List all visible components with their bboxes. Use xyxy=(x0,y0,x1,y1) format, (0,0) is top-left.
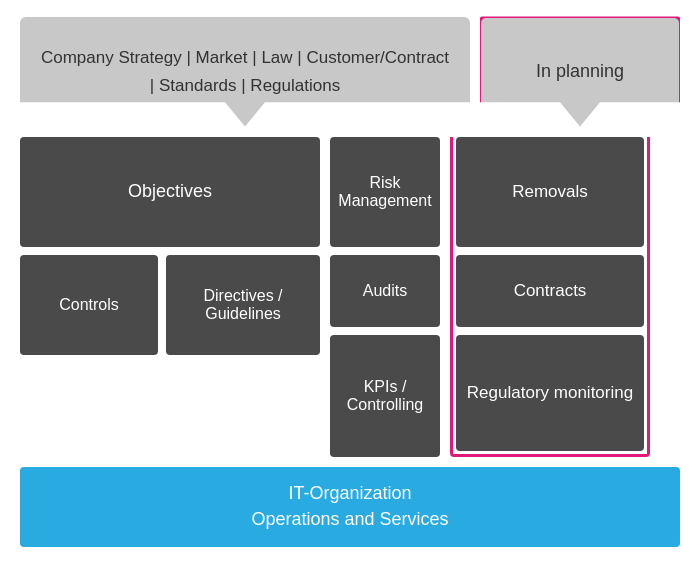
regulatory-box: Regulatory monitoring xyxy=(456,335,644,451)
objectives-box: Objectives xyxy=(20,137,320,247)
risk-management-label: Risk Management xyxy=(338,174,432,210)
main-row: Objectives Controls Directives / Guideli… xyxy=(20,137,680,457)
top-right-box: In planning xyxy=(480,17,680,127)
top-left-text: Company Strategy | Market | Law | Custom… xyxy=(40,44,450,98)
contracts-label: Contracts xyxy=(514,281,587,301)
right-section: Removals Contracts Regulatory monitoring xyxy=(450,137,650,457)
audits-box: Audits xyxy=(330,255,440,327)
removals-label: Removals xyxy=(512,182,588,202)
top-row: Company Strategy | Market | Law | Custom… xyxy=(20,17,680,127)
regulatory-label: Regulatory monitoring xyxy=(467,383,633,403)
directives-label: Directives / Guidelines xyxy=(174,287,312,323)
kpis-label: KPIs / Controlling xyxy=(338,378,432,414)
controls-label: Controls xyxy=(59,296,119,314)
directives-box: Directives / Guidelines xyxy=(166,255,320,355)
diagram: Company Strategy | Market | Law | Custom… xyxy=(20,17,680,547)
bottom-bar: IT-OrganizationOperations and Services xyxy=(20,467,680,547)
objectives-label: Objectives xyxy=(128,181,212,202)
removals-box: Removals xyxy=(456,137,644,247)
in-planning-text: In planning xyxy=(536,61,624,82)
audits-label: Audits xyxy=(363,282,407,300)
bottom-left-row: Controls Directives / Guidelines xyxy=(20,255,320,355)
contracts-box: Contracts xyxy=(456,255,644,327)
middle-section: Risk Management Audits KPIs / Controllin… xyxy=(330,137,440,457)
bottom-text: IT-OrganizationOperations and Services xyxy=(251,481,448,531)
risk-management-box: Risk Management xyxy=(330,137,440,247)
left-section: Objectives Controls Directives / Guideli… xyxy=(20,137,320,457)
kpis-box: KPIs / Controlling xyxy=(330,335,440,457)
top-left-box: Company Strategy | Market | Law | Custom… xyxy=(20,17,470,127)
controls-box: Controls xyxy=(20,255,158,355)
